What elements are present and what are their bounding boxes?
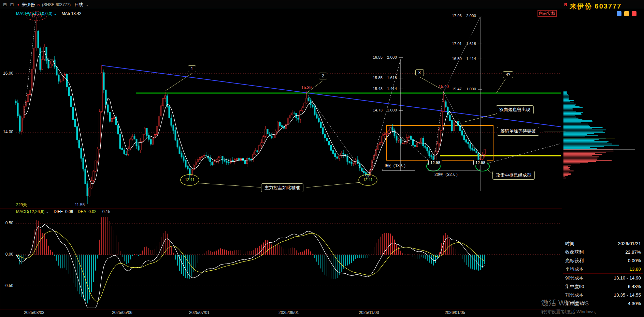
settings-tool-icon[interactable] bbox=[632, 11, 636, 16]
low-label-1241-b: 12.41 bbox=[361, 178, 375, 182]
fib-b-row-2: 17.011.618 bbox=[448, 42, 476, 46]
callout-connector bbox=[306, 182, 360, 187]
callout-double-cannon[interactable]: 双向炮也曾出现 bbox=[496, 105, 534, 114]
callout-chip-peak[interactable]: 筹码单峰等待突破 bbox=[497, 127, 539, 136]
table-column-divider bbox=[600, 239, 600, 307]
registered-mark: R bbox=[564, 2, 567, 7]
fib-price: 17.96 bbox=[448, 14, 462, 18]
candlestick-series bbox=[15, 17, 485, 204]
diff-line bbox=[16, 224, 485, 308]
chevron-down-icon[interactable]: ⌄ bbox=[54, 11, 57, 16]
annotation-box-2[interactable]: 2 bbox=[319, 73, 327, 79]
stat-value: 2026/01/21 bbox=[618, 241, 641, 246]
adjust-mode-tag[interactable]: 向前复权 bbox=[538, 10, 557, 17]
fib-a-row-4: 14.731.000 bbox=[369, 108, 397, 112]
fib-a-row-2: 15.851.618 bbox=[369, 76, 397, 80]
stat-label: 光标获利 bbox=[565, 258, 584, 264]
date-tick-4: 2025/09/01 bbox=[278, 310, 299, 315]
price-tick-16: 16.00 bbox=[1, 71, 13, 76]
callout-attack-pivot[interactable]: 攻击中枢已经成型 bbox=[492, 171, 535, 180]
bars-bracket-2 bbox=[428, 169, 479, 171]
annotation-box-3[interactable]: 3 bbox=[415, 69, 424, 76]
period-selector[interactable]: 日线 bbox=[74, 2, 83, 8]
fib-price: 15.48 bbox=[369, 87, 383, 91]
stat-label: 集中度90 bbox=[565, 284, 584, 290]
date-tick-5: 2025/11/03 bbox=[359, 310, 379, 315]
stat-value: 6.43% bbox=[628, 284, 641, 289]
stock-marker-icon: ● bbox=[17, 3, 19, 6]
fib-price: 15.85 bbox=[369, 76, 383, 80]
peak-label-1540: 15.40 bbox=[436, 84, 451, 89]
draw-tool-icon[interactable] bbox=[624, 11, 629, 16]
stat-value: 13.80 bbox=[629, 267, 641, 272]
low-price-label: 11.55 bbox=[75, 202, 85, 207]
fib-b-row-1: 17.962.000 bbox=[448, 14, 476, 18]
stat-label: 收盘获利 bbox=[565, 249, 584, 255]
bars-count-label-1: 9根（13天） bbox=[385, 163, 408, 169]
bars-count-label-2: 20根（32天） bbox=[434, 172, 460, 178]
trendline-blue[interactable] bbox=[102, 65, 561, 127]
measure-dashed-line bbox=[306, 93, 368, 179]
chart-canvas[interactable] bbox=[0, 0, 644, 317]
table-row: 90%成本13.10 - 14.90 bbox=[563, 274, 643, 282]
panel-divider bbox=[562, 9, 562, 317]
fib-price: 14.73 bbox=[369, 108, 383, 112]
stat-value: 13.10 - 14.90 bbox=[614, 275, 641, 281]
fib-ratio: 1.618 bbox=[387, 76, 397, 80]
exchange-code: (SHSE 603777) bbox=[42, 2, 71, 7]
callout-connector bbox=[198, 183, 262, 187]
fib-a-row-3: 15.481.414 bbox=[369, 87, 397, 91]
measure-dashed-line bbox=[444, 17, 480, 92]
trading-app-window: ⊟ ⊡ ● 来伊份 R (SHSE 603777) 日线 ⌄ MA组合(5,0,… bbox=[0, 0, 644, 317]
ma-indicator-header: MA组合(5,0,0,0,0,0) ⌄ MA5 13.42 bbox=[16, 11, 82, 17]
pivot-label-1298-b: 12.98 bbox=[473, 160, 487, 165]
chip-stats-table: 时间2026/01/21 收盘获利22.87% 光标获利0.00% 平均成本13… bbox=[563, 239, 643, 308]
bars-bracket-1 bbox=[382, 169, 415, 170]
stat-label: 时间 bbox=[565, 241, 574, 247]
macd-tick-zero: 0.00 bbox=[1, 252, 13, 257]
fib-ratio: 2.000 bbox=[466, 14, 476, 18]
stat-value: 4.30% bbox=[628, 301, 641, 306]
dea-value: DEA -0.02 bbox=[78, 209, 97, 214]
annotation-box-1[interactable]: 1 bbox=[188, 65, 196, 72]
fib-ratio: 1.000 bbox=[387, 108, 397, 112]
stat-label: 平均成本 bbox=[565, 266, 584, 272]
stock-name: 来伊份 bbox=[22, 2, 35, 8]
price-tick-14: 14.00 bbox=[1, 130, 13, 134]
stat-label: 70%成本 bbox=[565, 292, 584, 298]
low-label-1241-a: 12.41 bbox=[183, 178, 197, 182]
fib-b-row-4: 15.471.000 bbox=[448, 87, 476, 91]
table-row: 集中度906.43% bbox=[563, 282, 643, 291]
window-buttons-icon[interactable]: ⊟ ⊡ bbox=[3, 2, 15, 7]
fib-ratio: 1.618 bbox=[466, 42, 476, 46]
table-row: 光标获利0.00% bbox=[563, 256, 643, 265]
fib-price: 16.50 bbox=[448, 57, 462, 61]
callout-connector bbox=[496, 79, 505, 94]
callout-main-force[interactable]: 主力控盘如此精准 bbox=[261, 183, 303, 192]
stat-value: 0.00% bbox=[628, 258, 641, 263]
layout-tool-icon[interactable] bbox=[617, 11, 621, 16]
fib-price: 16.55 bbox=[369, 55, 383, 59]
macd-tick-neg: -0.50 bbox=[1, 283, 13, 288]
chip-distribution bbox=[563, 91, 619, 179]
chevron-down-icon[interactable]: ⌄ bbox=[46, 209, 49, 214]
fib-ratio: 1.414 bbox=[387, 87, 397, 91]
fib-ratio: 1.000 bbox=[466, 87, 476, 91]
macd-value: -0.15 bbox=[101, 209, 110, 214]
date-tick-1: 2025/03/03 bbox=[24, 310, 44, 315]
days-count-label: 229天 bbox=[16, 202, 27, 208]
dea-line bbox=[16, 231, 485, 301]
macd-label[interactable]: MACD(12,26,9) bbox=[16, 209, 44, 214]
annotation-box-4[interactable]: 4? bbox=[503, 71, 513, 78]
activate-windows-watermark-sub: 转到“设置”以激活 Windows。 bbox=[541, 309, 599, 315]
date-tick-6: 2026/01/05 bbox=[445, 310, 465, 315]
chevron-down-icon[interactable]: ⌄ bbox=[86, 2, 89, 7]
registered-mark: R bbox=[37, 3, 40, 6]
fib-b-row-3: 16.501.414 bbox=[448, 57, 476, 61]
pivot-label-1298-a: 12.98 bbox=[428, 160, 442, 165]
high-price-label: 17.93 bbox=[29, 14, 44, 18]
table-row: 时间2026/01/21 bbox=[563, 239, 643, 248]
fib-price: 17.01 bbox=[448, 42, 462, 46]
ma5-value: MA5 13.42 bbox=[61, 11, 81, 16]
stat-label: 90%成本 bbox=[565, 275, 584, 281]
